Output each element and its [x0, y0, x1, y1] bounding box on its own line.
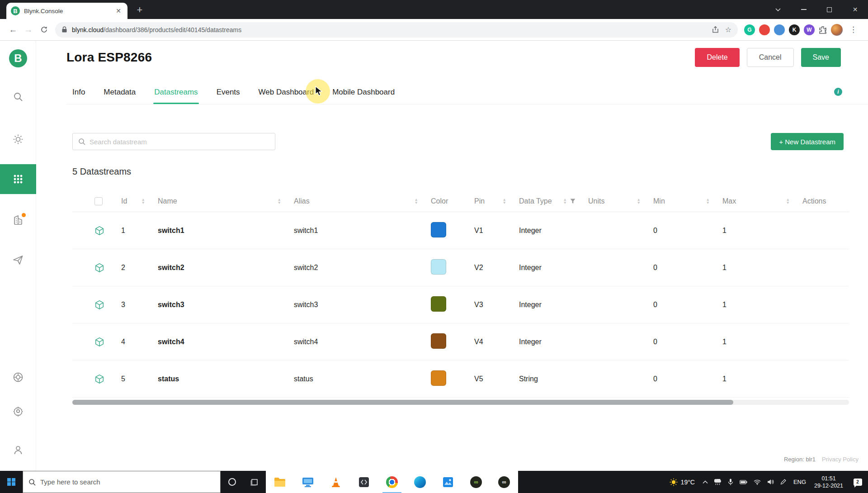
sort-icon[interactable]: ▲▼	[278, 198, 281, 204]
delete-button[interactable]: Delete	[695, 48, 739, 67]
tab-metadata[interactable]: Metadata	[104, 81, 136, 103]
rain-icon[interactable]	[711, 479, 725, 485]
table-row[interactable]: 1 switch1 switch1 V1 Integer 0 1	[72, 212, 849, 249]
sort-icon[interactable]: ▲▼	[706, 198, 710, 204]
tab-close-icon[interactable]: ✕	[114, 6, 123, 15]
puzzle-extensions-icon[interactable]	[819, 26, 827, 34]
privacy-policy-link[interactable]: Privacy Policy	[822, 456, 859, 463]
new-tab-button[interactable]: +	[134, 4, 146, 16]
sidebar-item-brightness[interactable]	[0, 134, 36, 145]
table-row[interactable]: 3 switch3 switch3 V3 Integer 0 1	[72, 286, 849, 323]
taskbar-weather[interactable]: 19°C	[665, 478, 699, 486]
col-id[interactable]: Id▲▼	[121, 197, 158, 205]
select-all-checkbox[interactable]	[94, 197, 103, 205]
datastream-search[interactable]	[72, 133, 275, 150]
cortana-button[interactable]	[221, 471, 243, 493]
col-data-type[interactable]: Data Type▲▼	[519, 197, 588, 205]
color-swatch[interactable]	[431, 259, 446, 275]
col-units[interactable]: Units▲▼	[588, 197, 653, 205]
datastream-search-input[interactable]	[90, 138, 269, 146]
color-swatch[interactable]	[431, 222, 446, 237]
action-center-button[interactable]: 2	[847, 471, 868, 493]
taskbar-app-recorder-1[interactable]: ∞	[462, 471, 490, 493]
tab-info[interactable]: Info	[72, 81, 85, 103]
forward-icon[interactable]: →	[21, 22, 36, 38]
profile-avatar[interactable]	[831, 24, 843, 36]
new-datastream-button[interactable]: + New Datastream	[771, 133, 844, 150]
sort-icon[interactable]: ▲▼	[786, 198, 790, 204]
taskbar-search-input[interactable]	[40, 478, 215, 486]
taskbar-app-chrome[interactable]	[378, 471, 406, 493]
table-row[interactable]: 2 switch2 switch2 V2 Integer 0 1	[72, 249, 849, 286]
chevron-up-icon[interactable]	[699, 480, 711, 484]
color-swatch[interactable]	[431, 296, 446, 312]
extension-icon[interactable]	[759, 24, 770, 35]
sidebar-item-templates-active[interactable]	[0, 164, 36, 194]
table-row[interactable]: 5 status status V5 String 0 1	[72, 360, 849, 398]
browser-tab[interactable]: B Blynk.Console ✕	[6, 3, 127, 19]
sidebar-item-organization[interactable]	[0, 215, 36, 228]
col-max[interactable]: Max▲▼	[722, 197, 802, 205]
info-icon[interactable]: i	[834, 88, 842, 96]
address-bar[interactable]: blynk.cloud/dashboard/386/products/edit/…	[55, 22, 738, 38]
col-alias[interactable]: Alias▲▼	[294, 197, 431, 205]
task-view-button[interactable]	[243, 471, 266, 493]
save-button[interactable]: Save	[801, 48, 841, 67]
sidebar-item-support[interactable]	[0, 372, 36, 383]
battery-icon[interactable]	[736, 480, 750, 484]
taskbar-app-recorder-2[interactable]: ∞	[490, 471, 518, 493]
extension-icon[interactable]: G	[744, 24, 755, 35]
taskbar-app-photos[interactable]	[434, 471, 462, 493]
filter-icon[interactable]	[570, 199, 576, 204]
window-maximize-button[interactable]	[816, 0, 842, 19]
share-icon[interactable]	[712, 26, 719, 33]
taskbar-search[interactable]	[23, 471, 221, 493]
extension-icon[interactable]: K	[789, 24, 800, 35]
col-pin[interactable]: Pin▲▼	[474, 197, 519, 205]
tab-mobile-dashboard[interactable]: Mobile Dashboard	[332, 81, 395, 103]
sort-icon[interactable]: ▲▼	[563, 198, 567, 204]
wifi-icon[interactable]	[750, 479, 764, 485]
sort-icon[interactable]: ▲▼	[415, 198, 418, 204]
cell-data-type: String	[519, 375, 588, 383]
tab-datastreams[interactable]: Datastreams	[154, 81, 198, 103]
sidebar-item-profile[interactable]	[0, 445, 36, 455]
window-minimize-button[interactable]	[791, 0, 816, 19]
extension-icon[interactable]	[774, 24, 785, 35]
horizontal-scrollbar[interactable]	[72, 400, 849, 405]
color-swatch[interactable]	[431, 370, 446, 386]
taskbar-app-pc[interactable]	[294, 471, 322, 493]
browser-menu-icon[interactable]: ⋮	[847, 25, 860, 34]
col-min[interactable]: Min▲▼	[653, 197, 722, 205]
blynk-logo[interactable]: B	[9, 49, 27, 67]
sort-icon[interactable]: ▲▼	[503, 198, 506, 204]
col-name[interactable]: Name▲▼	[158, 197, 294, 205]
mic-icon[interactable]	[725, 479, 736, 485]
tab-search-chevron-icon[interactable]	[765, 0, 791, 19]
sidebar-item-search[interactable]	[0, 92, 36, 102]
edge-icon	[414, 476, 426, 488]
back-icon[interactable]: ←	[5, 22, 21, 38]
taskbar-clock[interactable]: 01:51 29-12-2021	[810, 475, 847, 489]
taskbar-app-edge[interactable]	[406, 471, 434, 493]
window-close-button[interactable]: ✕	[842, 0, 868, 19]
taskbar-app-vlc[interactable]	[322, 471, 350, 493]
bookmark-star-icon[interactable]: ☆	[725, 25, 731, 34]
tab-events[interactable]: Events	[217, 81, 240, 103]
sidebar-item-send[interactable]	[0, 255, 36, 265]
sort-icon[interactable]: ▲▼	[142, 198, 145, 204]
taskbar-app-file-explorer[interactable]	[266, 471, 294, 493]
extension-icon[interactable]: W	[804, 24, 815, 35]
sidebar-item-settings[interactable]	[0, 406, 36, 417]
refresh-icon[interactable]	[36, 22, 52, 38]
sort-icon[interactable]: ▲▼	[637, 198, 641, 204]
table-row[interactable]: 4 switch4 switch4 V4 Integer 0 1	[72, 323, 849, 360]
cancel-button[interactable]: Cancel	[747, 48, 794, 67]
color-swatch[interactable]	[431, 333, 446, 349]
taskbar-app-editor[interactable]	[350, 471, 378, 493]
volume-icon[interactable]	[764, 479, 777, 485]
language-indicator[interactable]: ENG	[789, 479, 810, 485]
pen-icon[interactable]	[777, 479, 789, 485]
scrollbar-thumb[interactable]	[72, 400, 733, 405]
start-button[interactable]	[0, 471, 23, 493]
